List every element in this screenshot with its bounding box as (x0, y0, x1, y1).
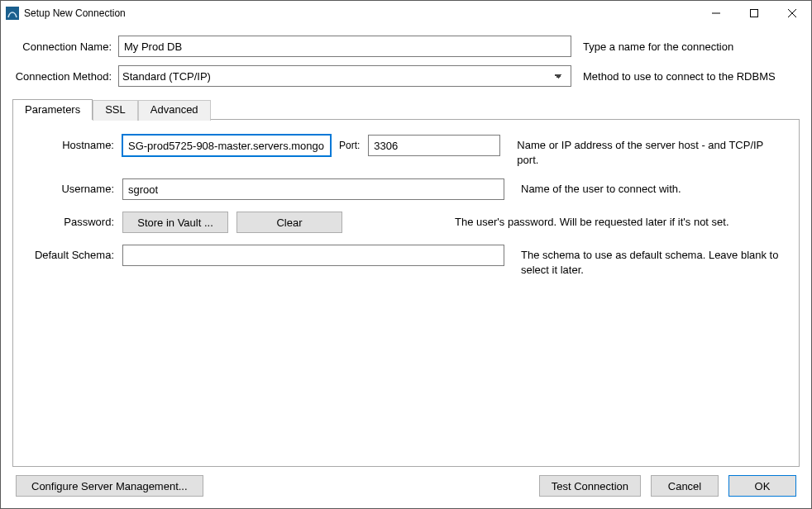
tab-parameters[interactable]: Parameters (12, 99, 93, 120)
window-title: Setup New Connection (24, 7, 126, 19)
default-schema-hint: The schema to use as default schema. Lea… (521, 245, 787, 277)
svg-rect-2 (751, 10, 758, 17)
connection-name-hint: Type a name for the connection (583, 40, 733, 53)
minimize-button[interactable] (697, 1, 735, 26)
username-row: Username: Name of the user to connect wi… (25, 178, 787, 200)
connection-method-hint: Method to use to connect to the RDBMS (583, 70, 776, 83)
clear-password-button[interactable]: Clear (236, 212, 342, 233)
tab-panel-parameters: Hostname: Port: Name or IP address of th… (12, 119, 800, 467)
test-connection-button[interactable]: Test Connection (539, 475, 641, 497)
ok-button[interactable]: OK (728, 475, 796, 497)
hostname-label: Hostname: (25, 135, 122, 151)
tabs: Parameters SSL Advanced Hostname: Port: … (12, 98, 800, 467)
username-hint: Name of the user to connect with. (521, 178, 787, 197)
footer: Configure Server Management... Test Conn… (12, 467, 800, 500)
cancel-button[interactable]: Cancel (651, 475, 719, 497)
default-schema-input[interactable] (122, 245, 504, 266)
client-area: Connection Name: Type a name for the con… (1, 26, 811, 508)
default-schema-label: Default Schema: (25, 245, 122, 261)
username-label: Username: (25, 178, 122, 195)
connection-name-label: Connection Name: (12, 40, 118, 53)
setup-connection-dialog: Setup New Connection Connection Name: Ty… (0, 0, 812, 509)
port-input[interactable] (368, 135, 500, 156)
connection-name-input[interactable] (118, 36, 571, 57)
default-schema-row: Default Schema: The schema to use as def… (25, 245, 787, 277)
tab-ssl[interactable]: SSL (93, 100, 138, 121)
tabstrip: Parameters SSL Advanced (12, 98, 800, 119)
titlebar[interactable]: Setup New Connection (1, 1, 811, 26)
hostname-input[interactable] (122, 135, 331, 156)
connection-method-row: Connection Method: Standard (TCP/IP) Met… (12, 65, 800, 87)
connection-method-select[interactable]: Standard (TCP/IP) (118, 65, 571, 87)
close-button[interactable] (773, 1, 811, 26)
svg-rect-0 (6, 7, 19, 20)
hostname-hint: Name or IP address of the server host - … (517, 135, 787, 167)
connection-method-label: Connection Method: (12, 70, 118, 83)
tab-advanced[interactable]: Advanced (138, 100, 211, 121)
port-label: Port: (339, 140, 360, 151)
password-row: Password: Store in Vault ... Clear The u… (25, 212, 787, 233)
connection-name-row: Connection Name: Type a name for the con… (12, 36, 800, 57)
password-hint: The user's password. Will be requested l… (455, 212, 787, 230)
hostname-row: Hostname: Port: Name or IP address of th… (25, 135, 787, 167)
configure-server-mgmt-button[interactable]: Configure Server Management... (16, 475, 203, 497)
maximize-button[interactable] (735, 1, 773, 26)
app-icon (6, 7, 19, 20)
password-label: Password: (25, 212, 122, 228)
store-in-vault-button[interactable]: Store in Vault ... (122, 212, 228, 233)
username-input[interactable] (122, 178, 504, 200)
